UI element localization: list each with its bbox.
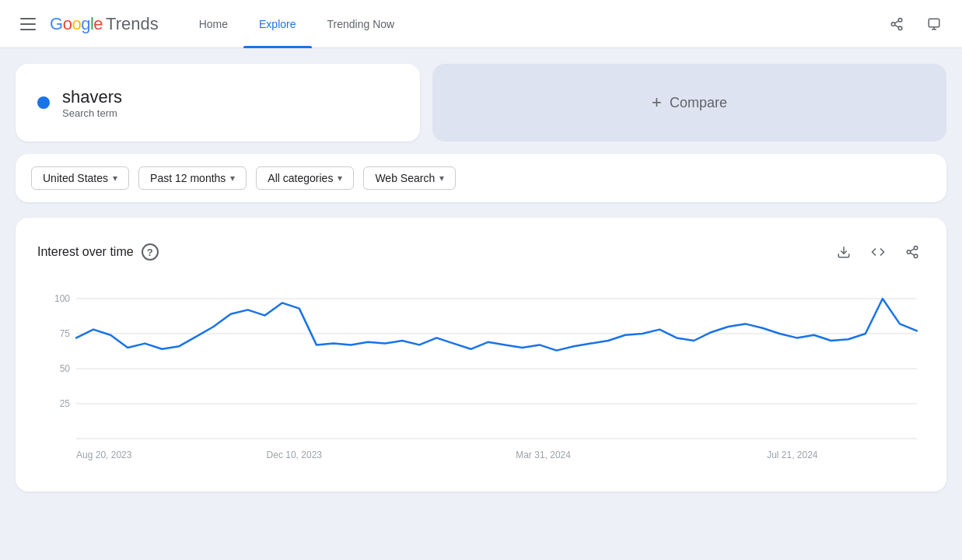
svg-line-4 <box>894 20 898 23</box>
svg-point-10 <box>907 250 911 254</box>
chevron-down-icon: ▾ <box>439 173 444 184</box>
compare-plus-icon: + <box>652 93 662 113</box>
filter-region-label: United States <box>43 172 108 184</box>
compare-label: Compare <box>670 95 727 111</box>
chart-card: Interest over time ? <box>16 218 946 492</box>
chart-actions <box>831 240 925 264</box>
search-compare-row: shavers Search term + Compare <box>16 64 946 142</box>
page-content: shavers Search term + Compare United Sta… <box>0 48 962 507</box>
compare-card[interactable]: + Compare <box>432 64 946 142</box>
filter-row: United States ▾ Past 12 months ▾ All cat… <box>16 154 946 202</box>
term-dot <box>37 96 50 109</box>
nav-explore[interactable]: Explore <box>243 0 311 48</box>
search-term-card: shavers Search term <box>16 64 420 142</box>
filter-time[interactable]: Past 12 months ▾ <box>138 166 247 190</box>
header-actions <box>881 9 950 40</box>
svg-text:50: 50 <box>60 363 71 374</box>
filter-time-label: Past 12 months <box>150 172 226 184</box>
interest-chart: 100 75 50 25 Aug 20, 2023 Dec 10, 2023 M… <box>37 283 925 470</box>
share-chart-button[interactable] <box>900 240 925 264</box>
logo[interactable]: Google Trends <box>50 14 159 34</box>
svg-text:Jul 21, 2024: Jul 21, 2024 <box>767 450 818 460</box>
svg-line-13 <box>910 249 914 251</box>
svg-point-9 <box>914 247 918 250</box>
svg-point-1 <box>891 22 895 26</box>
svg-point-11 <box>914 254 918 258</box>
svg-text:75: 75 <box>60 328 71 339</box>
filter-category[interactable]: All categories ▾ <box>256 166 354 190</box>
chart-header: Interest over time ? <box>37 240 925 264</box>
nav-home[interactable]: Home <box>184 0 243 48</box>
main-nav: Home Explore Trending Now <box>184 0 881 48</box>
search-term-text: shavers <box>62 87 122 107</box>
feedback-button[interactable] <box>918 9 950 40</box>
chart-title: Interest over time <box>37 245 134 259</box>
filter-search-type-label: Web Search <box>375 172 435 184</box>
chevron-down-icon: ▾ <box>113 173 117 184</box>
svg-text:Dec 10, 2023: Dec 10, 2023 <box>267 450 323 460</box>
menu-icon[interactable] <box>12 9 44 40</box>
svg-rect-5 <box>929 19 939 27</box>
svg-text:Mar 31, 2024: Mar 31, 2024 <box>516 450 571 460</box>
svg-line-12 <box>910 253 914 255</box>
term-info: shavers Search term <box>62 87 122 119</box>
share-button[interactable] <box>881 9 912 40</box>
search-term-type: Search term <box>62 107 122 119</box>
embed-button[interactable] <box>866 240 890 264</box>
svg-point-2 <box>898 26 902 30</box>
svg-point-0 <box>898 18 902 22</box>
logo-trends: Trends <box>106 14 159 34</box>
nav-trending-now[interactable]: Trending Now <box>312 0 411 48</box>
logo-google: Google <box>50 14 103 34</box>
chart-title-row: Interest over time ? <box>37 243 159 261</box>
download-button[interactable] <box>831 240 856 264</box>
svg-line-3 <box>894 25 898 27</box>
chevron-down-icon: ▾ <box>338 173 342 184</box>
svg-text:100: 100 <box>54 293 70 304</box>
header: Google Trends Home Explore Trending Now <box>0 0 962 48</box>
chevron-down-icon: ▾ <box>230 173 235 184</box>
chart-area: 100 75 50 25 Aug 20, 2023 Dec 10, 2023 M… <box>37 283 925 470</box>
filter-search-type[interactable]: Web Search ▾ <box>363 166 456 190</box>
svg-text:25: 25 <box>60 398 71 409</box>
filter-region[interactable]: United States ▾ <box>31 166 129 190</box>
help-icon[interactable]: ? <box>142 243 159 261</box>
svg-text:Aug 20, 2023: Aug 20, 2023 <box>76 450 132 460</box>
filter-category-label: All categories <box>268 172 333 184</box>
